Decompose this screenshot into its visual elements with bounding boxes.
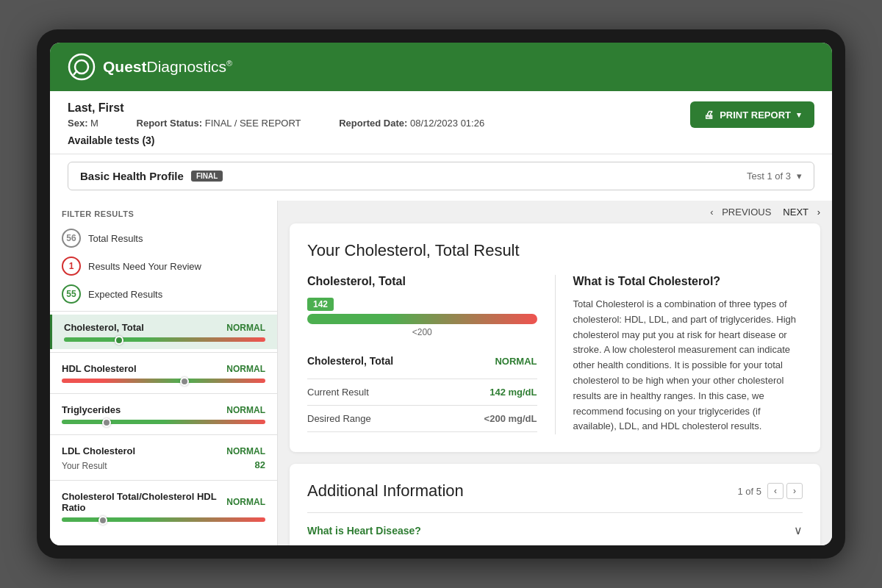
filter-total-results[interactable]: 56 Total Results [50, 224, 277, 252]
expected-results-badge: 55 [62, 284, 81, 304]
additional-prev-button[interactable]: ‹ [767, 483, 784, 499]
result-status-row: Cholesterol, Total NORMAL [307, 349, 537, 370]
result-bar-ratio [62, 517, 265, 523]
additional-info-counter: 1 of 5 ‹ › [737, 483, 803, 499]
sidebar-item-cholesterol-total[interactable]: Cholesterol, Total NORMAL [50, 315, 277, 349]
result-table: Current Result 142 mg/dL Desired Range <… [307, 379, 537, 432]
result-name-ratio: Cholesterol Total/Cholesterol HDL Ratio [62, 491, 226, 513]
result-status-name: Cholesterol, Total [307, 355, 393, 367]
sidebar: FILTER RESULTS 56 Total Results 1 Result… [50, 201, 278, 545]
chevron-down-icon: ▾ [797, 110, 801, 120]
sidebar-divider [50, 311, 277, 312]
current-result-label: Current Result [307, 387, 369, 398]
current-result-row: Current Result 142 mg/dL [307, 379, 537, 406]
gauge-container: 142 <200 [307, 297, 537, 337]
result-card: Your Cholesterol, Total Result Cholester… [290, 223, 820, 452]
ldl-sub-value: 82 [255, 459, 265, 471]
sidebar-item-triglycerides[interactable]: Triglycerides NORMAL [50, 397, 277, 431]
total-results-badge: 56 [62, 229, 81, 248]
result-name-cholesterol-total: Cholesterol, Total [64, 322, 144, 333]
gauge-bar [307, 314, 537, 324]
report-status-field: Report Status: FINAL / SEE REPORT [137, 118, 322, 129]
patient-name: Last, First [68, 101, 520, 115]
gauge-value-label: 142 [307, 298, 334, 311]
result-status-ldl: NORMAL [226, 446, 265, 456]
patient-bar: Last, First Sex: M Report Status: FINAL … [50, 91, 832, 154]
desired-range-row: Desired Range <200 mg/dL [307, 406, 537, 432]
patient-meta: Sex: M Report Status: FINAL / SEE REPORT… [68, 118, 520, 129]
app-header: QuestDiagnostics® [50, 43, 832, 91]
sidebar-divider-5 [50, 480, 277, 481]
result-name-triglycerides: Triglycerides [62, 404, 121, 415]
right-panel: ‹ PREVIOUS NEXT › Your Cholesterol, Tota… [278, 201, 832, 545]
main-content: FILTER RESULTS 56 Total Results 1 Result… [50, 201, 832, 545]
chevron-left-icon: ‹ [710, 207, 713, 218]
result-bar-cholesterol-total [64, 337, 265, 343]
result-status-triglycerides: NORMAL [226, 405, 265, 415]
desired-range-value: <200 mg/dL [484, 413, 537, 424]
filter-header: FILTER RESULTS [50, 201, 277, 224]
additional-next-button[interactable]: › [786, 483, 803, 499]
result-card-title: Your Cholesterol, Total Result [307, 241, 803, 260]
printer-icon: 🖨 [703, 109, 714, 121]
svg-point-0 [69, 54, 94, 79]
sidebar-divider-2 [50, 352, 277, 353]
final-badge: FINAL [191, 171, 223, 182]
reported-date-field: Reported Date: 08/12/2023 01:26 [339, 118, 502, 129]
result-bar-triglycerides [62, 420, 265, 426]
needs-review-label: Results Need Your Review [88, 261, 201, 272]
test-counter: Test 1 of 3 ▾ [747, 171, 802, 182]
expected-results-label: Expected Results [88, 289, 162, 300]
ldl-sub-label: Your Result [62, 461, 107, 471]
result-status-badge: NORMAL [495, 356, 537, 367]
result-name-ldl: LDL Cholesterol [62, 445, 135, 456]
additional-info-header: Additional Information 1 of 5 ‹ › [307, 481, 803, 501]
result-name-hdl: HDL Cholesterol [62, 363, 137, 374]
additional-info-card: Additional Information 1 of 5 ‹ › What i… [290, 464, 820, 545]
result-bar-hdl [62, 379, 265, 384]
result-status-hdl: NORMAL [226, 364, 265, 374]
result-detail: Cholesterol, Total 142 <200 Cholesterol,… [307, 275, 537, 434]
test-name: Basic Health Profile [80, 170, 184, 182]
gauge-range-label: <200 [307, 327, 537, 337]
sex-field: Sex: M [68, 118, 119, 129]
sidebar-item-hdl-cholesterol[interactable]: HDL Cholesterol NORMAL [50, 356, 277, 390]
logo-text: QuestDiagnostics® [103, 58, 232, 76]
nav-bar: ‹ PREVIOUS NEXT › [278, 201, 832, 223]
logo: QuestDiagnostics® [68, 53, 232, 81]
previous-link[interactable]: ‹ PREVIOUS [710, 207, 771, 218]
next-link[interactable]: NEXT › [783, 207, 820, 218]
cholesterol-label: Cholesterol, Total [307, 275, 537, 288]
total-results-label: Total Results [88, 233, 143, 244]
info-title: What is Total Cholesterol? [573, 275, 803, 288]
result-card-body: Cholesterol, Total 142 <200 Cholesterol,… [307, 275, 803, 434]
sidebar-divider-4 [50, 434, 277, 435]
result-status-cholesterol-total: NORMAL [226, 323, 265, 333]
chevron-down-icon: ▾ [797, 171, 802, 182]
filter-expected-results[interactable]: 55 Expected Results [50, 280, 277, 308]
info-panel: What is Total Cholesterol? Total Cholest… [555, 275, 803, 434]
quest-logo-icon [68, 53, 96, 81]
svg-line-2 [74, 71, 77, 75]
test-selector-left: Basic Health Profile FINAL [80, 170, 223, 182]
sidebar-divider-3 [50, 393, 277, 394]
additional-item-1[interactable]: What is Heart Disease? ∨ [307, 512, 803, 545]
test-selector-dropdown[interactable]: Basic Health Profile FINAL Test 1 of 3 ▾ [68, 162, 814, 190]
chevron-right-icon: › [817, 207, 820, 218]
filter-needs-review[interactable]: 1 Results Need Your Review [50, 252, 277, 280]
additional-item-text-1: What is Heart Disease? [307, 525, 421, 537]
additional-info-title: Additional Information [307, 481, 464, 501]
info-text: Total Cholesterol is a combination of th… [573, 297, 803, 434]
desired-range-label: Desired Range [307, 413, 371, 424]
available-tests-label: Available tests (3) [68, 135, 520, 146]
test-selector-bar: Basic Health Profile FINAL Test 1 of 3 ▾ [50, 154, 832, 201]
chevron-down-icon-1: ∨ [794, 523, 803, 537]
current-result-value: 142 mg/dL [490, 387, 537, 398]
additional-nav-arrows: ‹ › [767, 483, 803, 499]
print-report-button[interactable]: 🖨 PRINT REPORT ▾ [690, 101, 814, 128]
needs-review-badge: 1 [62, 257, 81, 276]
result-status-ratio: NORMAL [226, 497, 265, 507]
sidebar-item-cholesterol-ratio[interactable]: Cholesterol Total/Cholesterol HDL Ratio … [50, 484, 277, 529]
sidebar-item-ldl-cholesterol[interactable]: LDL Cholesterol NORMAL Your Result 82 [50, 438, 277, 477]
